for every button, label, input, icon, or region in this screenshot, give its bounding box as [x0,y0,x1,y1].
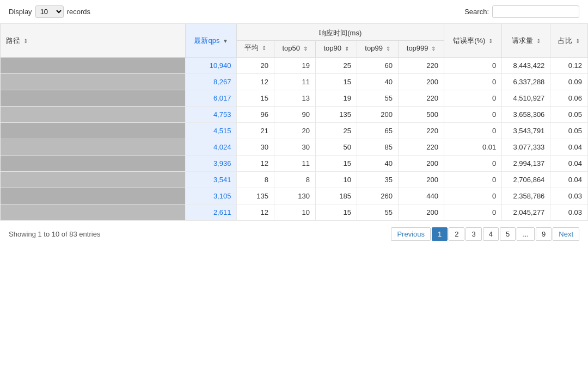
cell-requests: 2,358,786 [502,188,550,204]
cell-requests: 4,510,927 [502,90,550,107]
cell-qps: 3,541 [186,172,237,188]
col-header-error-rate[interactable]: 错误率(%) ⇕ [444,24,502,58]
col-header-top999[interactable]: top999 ⇕ [398,41,444,58]
cell-top99: 55 [357,90,398,107]
col-header-top90[interactable]: top90 ⇕ [315,41,357,58]
cell-top90: 15 [315,156,357,172]
cell-proportion: 0.09 [550,74,588,90]
col-header-top50[interactable]: top50 ⇕ [274,41,316,58]
cell-top50: 11 [274,156,316,172]
cell-path [1,172,186,188]
display-label: Display [9,8,32,16]
cell-top999: 200 [398,156,444,172]
sort-arrows-proportion: ⇕ [575,38,580,44]
col-header-qps[interactable]: 最新qps ▼ [186,24,237,58]
search-input[interactable] [492,5,579,18]
page-btn-5[interactable]: 5 [500,227,516,241]
cell-top50: 19 [274,58,316,74]
pagination: Previous12345...9Next [391,227,579,241]
cell-avg: 15 [237,90,274,107]
cell-path [1,90,186,107]
cell-top90: 25 [315,58,357,74]
cell-proportion: 0.05 [550,107,588,123]
cell-top90: 50 [315,139,357,156]
cell-path [1,74,186,90]
records-label: records [67,8,90,16]
page-btn-1[interactable]: 1 [432,227,448,241]
cell-qps: 4,515 [186,123,237,139]
cell-top99: 55 [357,204,398,221]
next-button[interactable]: Next [553,227,579,241]
cell-proportion: 0.04 [550,172,588,188]
cell-requests: 2,706,864 [502,172,550,188]
col-header-requests[interactable]: 请求量 ⇕ [502,24,550,58]
showing-text: Showing 1 to 10 of 83 entries [9,230,100,238]
sort-arrows-error: ⇕ [488,38,493,44]
page-btn-2[interactable]: 2 [449,227,464,241]
sort-arrows-avg: ⇕ [262,45,266,51]
col-header-avg[interactable]: 平均 ⇕ [237,41,274,58]
cell-avg: 96 [237,107,274,123]
cell-top99: 60 [357,58,398,74]
cell-top999: 220 [398,139,444,156]
cell-proportion: 0.06 [550,90,588,107]
page-btn-3[interactable]: 3 [465,227,481,241]
cell-error-rate: 0 [444,58,502,74]
table-row: 2,611 12 10 15 55 200 0 2,045,277 0.03 [1,204,588,221]
table-row: 3,541 8 8 10 35 200 0 2,706,864 0.04 [1,172,588,188]
cell-proportion: 0.04 [550,156,588,172]
cell-top999: 220 [398,90,444,107]
display-control: Display 10 25 50 100 records [9,5,90,18]
cell-qps: 4,753 [186,107,237,123]
cell-top99: 260 [357,188,398,204]
cell-top90: 185 [315,188,357,204]
cell-error-rate: 0 [444,188,502,204]
cell-error-rate: 0 [444,204,502,221]
cell-avg: 30 [237,139,274,156]
cell-top999: 220 [398,58,444,74]
cell-proportion: 0.05 [550,123,588,139]
table-row: 3,936 12 11 15 40 200 0 2,994,137 0.04 [1,156,588,172]
cell-top90: 25 [315,123,357,139]
table-row: 3,105 135 130 185 260 440 0 2,358,786 0.… [1,188,588,204]
cell-top50: 11 [274,74,316,90]
col-header-path[interactable]: 路径 ⇕ [1,24,186,58]
cell-top50: 8 [274,172,316,188]
cell-top90: 10 [315,172,357,188]
pagination-ellipsis: ... [517,227,535,241]
search-control: Search: [464,5,579,18]
cell-avg: 12 [237,156,274,172]
cell-top999: 500 [398,107,444,123]
cell-top999: 200 [398,204,444,221]
cell-requests: 3,077,333 [502,139,550,156]
cell-top99: 65 [357,123,398,139]
cell-top99: 85 [357,139,398,156]
cell-avg: 20 [237,58,274,74]
cell-error-rate: 0 [444,74,502,90]
page-btn-9[interactable]: 9 [536,227,552,241]
cell-top999: 200 [398,74,444,90]
display-select[interactable]: 10 25 50 100 [35,5,64,18]
col-header-proportion[interactable]: 占比 ⇕ [550,24,588,58]
cell-error-rate: 0.01 [444,139,502,156]
prev-button[interactable]: Previous [391,227,431,241]
top-bar: Display 10 25 50 100 records Search: [0,0,588,23]
page-btn-4[interactable]: 4 [483,227,499,241]
cell-top50: 30 [274,139,316,156]
cell-qps: 3,105 [186,188,237,204]
cell-error-rate: 0 [444,90,502,107]
sort-arrows-top90: ⇕ [345,46,349,52]
cell-proportion: 0.12 [550,58,588,74]
cell-top999: 440 [398,188,444,204]
sort-arrows-top999: ⇕ [431,46,436,52]
table-container: 路径 ⇕ 最新qps ▼ 响应时间(ms) 错误率(%) ⇕ 请求量 ⇕ [0,23,588,221]
cell-avg: 12 [237,74,274,90]
cell-qps: 8,267 [186,74,237,90]
cell-avg: 12 [237,204,274,221]
cell-top90: 19 [315,90,357,107]
col-header-response-group: 响应时间(ms) [237,24,444,41]
sort-arrows-requests: ⇕ [536,38,541,44]
col-header-top99[interactable]: top99 ⇕ [357,41,398,58]
cell-top99: 35 [357,172,398,188]
table-row: 4,515 21 20 25 65 220 0 3,543,791 0.05 [1,123,588,139]
